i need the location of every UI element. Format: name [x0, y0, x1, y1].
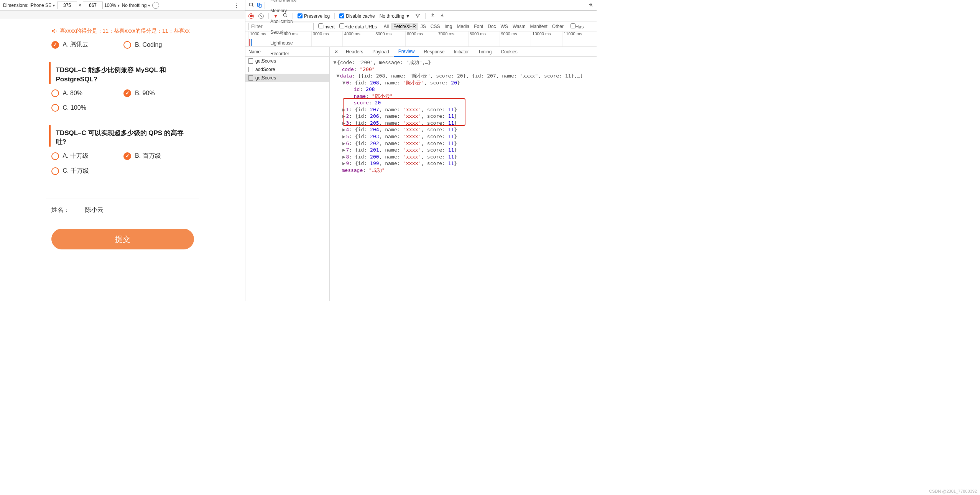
wifi-icon[interactable]: [415, 13, 421, 19]
detail-tab-payload[interactable]: Payload: [368, 47, 393, 57]
throttle-dropdown[interactable]: No throttling▼: [122, 3, 151, 8]
disable-cache-checkbox[interactable]: Disable cache: [339, 13, 375, 19]
detail-tab-headers[interactable]: Headers: [341, 47, 368, 57]
filter-input[interactable]: [248, 23, 314, 30]
q2-option-b[interactable]: B. 90%: [123, 89, 192, 97]
filter-bar: Invert Hide data URLs AllFetch/XHRJSCSSI…: [245, 21, 597, 31]
search-icon[interactable]: [283, 13, 288, 19]
devtools-tabs: ElementsConsoleSourcesNetworkPerformance…: [245, 0, 597, 11]
close-icon[interactable]: ✕: [331, 49, 341, 54]
question-2: TDSQL–C 能多少比例兼容 MySQL 和 PostgreSQL?: [49, 62, 199, 84]
q2-option-a[interactable]: A. 80%: [51, 89, 120, 97]
device-toggle-icon[interactable]: [255, 2, 263, 9]
type-css[interactable]: CSS: [428, 23, 442, 30]
svg-point-3: [283, 13, 286, 16]
request-row[interactable]: getScores: [245, 74, 329, 82]
request-list: Name getScoresaddScoregetScores: [245, 47, 330, 301]
network-toolbar: ▼ Preserve log Disable cache No throttli…: [245, 11, 597, 21]
filter-icon[interactable]: ▼: [273, 13, 278, 19]
submit-button[interactable]: 提交: [51, 229, 194, 249]
response-preview[interactable]: ▼{code: "200", message: "成功",…} code: "2…: [330, 57, 597, 301]
height-input[interactable]: [83, 2, 103, 9]
request-row[interactable]: addScore: [245, 65, 329, 74]
type-wasm[interactable]: Wasm: [510, 23, 528, 30]
hide-data-urls-checkbox[interactable]: Hide data URLs: [339, 23, 377, 30]
speaker-icon: [51, 28, 58, 34]
q1-option-a[interactable]: A. 腾讯云: [51, 41, 120, 49]
detail-tab-cookies[interactable]: Cookies: [496, 47, 522, 57]
detail-tabs: ✕ HeadersPayloadPreviewResponseInitiator…: [330, 47, 597, 57]
invert-checkbox[interactable]: Invert: [318, 23, 335, 30]
type-js[interactable]: JS: [418, 23, 428, 30]
width-input[interactable]: [57, 2, 77, 9]
type-img[interactable]: Img: [442, 23, 454, 30]
type-fetch-xhr[interactable]: Fetch/XHR: [391, 23, 418, 30]
more-icon[interactable]: ⋮: [231, 2, 242, 9]
timeline[interactable]: 1000 ms2000 ms3000 ms4000 ms5000 ms6000 …: [245, 31, 597, 47]
rotate-icon[interactable]: [152, 2, 159, 9]
detail-tab-response[interactable]: Response: [419, 47, 449, 57]
upload-icon[interactable]: [430, 13, 435, 19]
mobile-viewport: 喜xxxx的得分是：11；恭喜xxxx的得分是：11；恭喜xx A. 腾讯云 B…: [46, 23, 199, 256]
throttling-dropdown[interactable]: No throttling ▼: [380, 13, 410, 19]
radio-checked-icon: [51, 41, 59, 49]
download-icon[interactable]: [440, 13, 445, 19]
q3-option-c[interactable]: C. 千万级: [51, 167, 120, 175]
detail-tab-initiator[interactable]: Initiator: [449, 47, 473, 57]
name-header[interactable]: Name: [245, 47, 329, 57]
detail-tab-timing[interactable]: Timing: [474, 47, 497, 57]
question-3: TDSQL–C 可以实现超多少级的 QPS 的高吞吐?: [49, 125, 199, 147]
q3-option-a[interactable]: A. 十万级: [51, 152, 120, 160]
type-ws[interactable]: WS: [498, 23, 510, 30]
type-media[interactable]: Media: [454, 23, 472, 30]
type-font[interactable]: Font: [472, 23, 485, 30]
record-icon[interactable]: [248, 13, 254, 19]
name-label: 姓名：: [51, 206, 70, 214]
name-value[interactable]: 陈小云: [85, 206, 104, 214]
ruler: [0, 11, 245, 18]
type-manifest[interactable]: Manifest: [528, 23, 549, 30]
score-ticker: 喜xxxx的得分是：11；恭喜xxxx的得分是：11；恭喜xx: [46, 23, 199, 38]
detail-tab-preview[interactable]: Preview: [394, 47, 419, 57]
type-doc[interactable]: Doc: [485, 23, 498, 30]
q1-option-b[interactable]: B. Coding: [123, 41, 192, 49]
q2-option-c[interactable]: C. 100%: [51, 104, 120, 112]
q3-option-b[interactable]: B. 百万级: [123, 152, 192, 160]
inspect-icon[interactable]: [248, 2, 255, 9]
name-row: 姓名： 陈小云: [46, 198, 199, 222]
type-all[interactable]: All: [381, 23, 391, 30]
svg-point-4: [417, 17, 418, 17]
flask-icon[interactable]: ⚗: [587, 2, 594, 9]
request-row[interactable]: getScores: [245, 57, 329, 65]
clear-icon[interactable]: [258, 13, 264, 19]
zoom-dropdown[interactable]: 100%▼: [104, 3, 120, 8]
type-other[interactable]: Other: [550, 23, 566, 30]
radio-icon: [123, 41, 131, 49]
has-checkbox[interactable]: Has: [571, 23, 584, 30]
tab-performance[interactable]: Performance: [266, 0, 301, 5]
dimensions-dropdown[interactable]: Dimensions: iPhone SE▼: [3, 3, 56, 8]
preserve-log-checkbox[interactable]: Preserve log: [298, 13, 330, 19]
device-toolbar: Dimensions: iPhone SE▼ × 100%▼ No thrott…: [0, 0, 245, 11]
